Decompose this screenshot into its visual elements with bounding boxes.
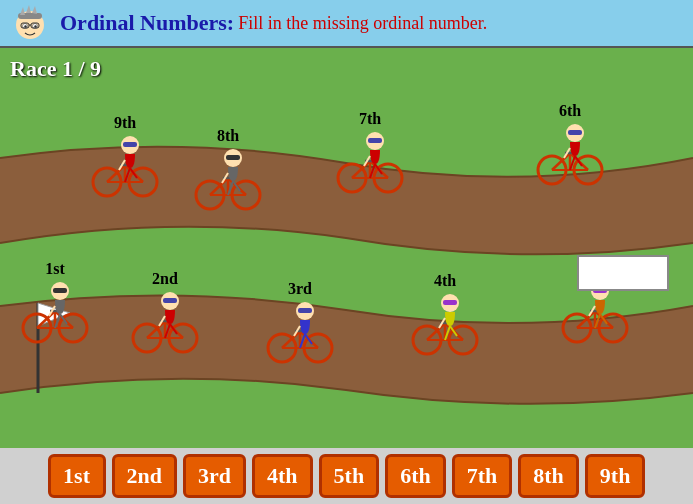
svg-rect-131 bbox=[578, 256, 668, 290]
svg-rect-76 bbox=[53, 288, 67, 293]
answer-button-3rd[interactable]: 3rd bbox=[183, 454, 246, 498]
svg-text:1st: 1st bbox=[45, 260, 65, 277]
answer-button-9th[interactable]: 9th bbox=[585, 454, 646, 498]
svg-rect-115 bbox=[443, 300, 457, 305]
answer-button-4th[interactable]: 4th bbox=[252, 454, 313, 498]
svg-rect-37 bbox=[226, 155, 240, 160]
header: Ordinal Numbers: Fill in the missing ord… bbox=[0, 0, 693, 48]
answer-button-2nd[interactable]: 2nd bbox=[112, 454, 177, 498]
answer-button-5th[interactable]: 5th bbox=[319, 454, 380, 498]
svg-marker-3 bbox=[26, 5, 31, 13]
answer-button-1st[interactable]: 1st bbox=[48, 454, 106, 498]
svg-rect-63 bbox=[568, 130, 582, 135]
svg-rect-50 bbox=[368, 138, 382, 143]
roads-background: 9th 8th bbox=[0, 48, 693, 448]
mascot-icon bbox=[10, 3, 50, 43]
svg-text:9th: 9th bbox=[114, 114, 136, 131]
answer-button-6th[interactable]: 6th bbox=[385, 454, 446, 498]
race-label: Race 1 / 9 bbox=[10, 56, 101, 82]
svg-rect-102 bbox=[298, 308, 312, 313]
svg-rect-24 bbox=[123, 142, 137, 147]
header-title: Ordinal Numbers: bbox=[60, 10, 234, 36]
svg-text:7th: 7th bbox=[359, 110, 381, 127]
svg-text:2nd: 2nd bbox=[152, 270, 178, 287]
answer-buttons-bar: 1st2nd3rd4th5th6th7th8th9th bbox=[0, 448, 693, 504]
header-subtitle: Fill in the missing ordinal number. bbox=[238, 13, 487, 34]
svg-text:3rd: 3rd bbox=[288, 280, 312, 297]
game-area: Race 1 / 9 9th bbox=[0, 48, 693, 448]
svg-text:4th: 4th bbox=[434, 272, 456, 289]
svg-rect-89 bbox=[163, 298, 177, 303]
svg-marker-2 bbox=[20, 7, 25, 15]
svg-point-8 bbox=[34, 25, 36, 27]
svg-text:6th: 6th bbox=[559, 102, 581, 119]
svg-point-7 bbox=[24, 25, 26, 27]
answer-button-8th[interactable]: 8th bbox=[518, 454, 579, 498]
svg-text:8th: 8th bbox=[217, 127, 239, 144]
answer-button-7th[interactable]: 7th bbox=[452, 454, 513, 498]
svg-marker-4 bbox=[32, 6, 37, 14]
